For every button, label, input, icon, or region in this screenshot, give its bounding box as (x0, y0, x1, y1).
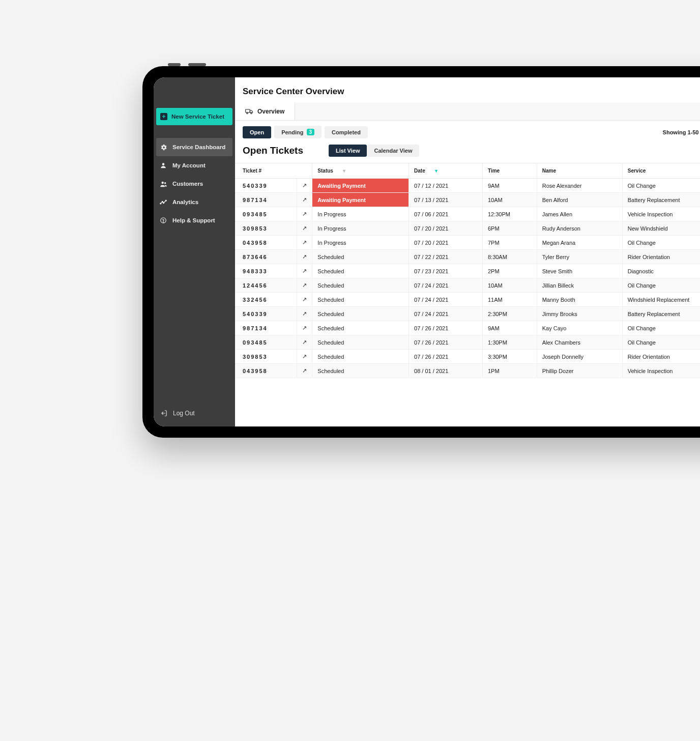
cell-name: Tyler Berry (537, 250, 622, 264)
sidebar-item-customers[interactable]: Customers (156, 175, 232, 193)
list-view-button[interactable]: List View (329, 145, 367, 157)
col-time[interactable]: Time (482, 163, 537, 179)
sidebar-item-label: Service Dashboard (172, 144, 225, 150)
arrow-up-right-icon: ↗ (302, 182, 307, 188)
logout-label: Log Out (173, 410, 195, 417)
cell-service: Oil Change (622, 278, 700, 293)
open-ticket-arrow[interactable]: ↗ (297, 179, 312, 193)
cell-time: 12:30PM (482, 207, 537, 221)
sidebar-item-service-dashboard[interactable]: Service Dashboard (156, 138, 232, 156)
table-row: 309853↗Scheduled07 / 26 / 20213:30PMJose… (235, 350, 700, 364)
cell-date: 07 / 20 / 2021 (409, 221, 483, 236)
svg-point-11 (251, 112, 252, 114)
cell-time: 3:30PM (482, 350, 537, 364)
logout-button[interactable]: Log Out (154, 400, 235, 426)
cell-status: Scheduled (312, 335, 409, 350)
pending-count-badge: 3 (307, 129, 315, 135)
sidebar-item-label: My Account (172, 162, 206, 168)
col-ticket[interactable]: Ticket # (235, 163, 312, 179)
open-ticket-arrow[interactable]: ↗ (297, 278, 312, 293)
cell-ticket: 093485 (235, 207, 297, 221)
svg-rect-9 (246, 109, 250, 112)
col-name[interactable]: Name (537, 163, 622, 179)
cell-time: 8:30AM (482, 250, 537, 264)
cell-ticket: 043958 (235, 364, 297, 378)
tickets-table: Ticket # Status ▾ Date ▾ Time Name (235, 163, 700, 378)
person-icon (159, 161, 167, 169)
new-ticket-label: New Service Ticket (171, 113, 224, 120)
filter-row: Open Pending 3 Completed Showing 1-50 of… (235, 121, 700, 144)
tickets-table-wrap: Ticket # Status ▾ Date ▾ Time Name (235, 163, 700, 426)
open-ticket-arrow[interactable]: ↗ (297, 236, 312, 250)
svg-point-3 (160, 203, 161, 204)
filter-pending[interactable]: Pending 3 (274, 126, 322, 138)
sidebar-item-label: Help & Support (172, 217, 215, 223)
new-service-ticket-button[interactable]: + New Service Ticket (156, 108, 232, 125)
arrow-up-right-icon: ↗ (302, 268, 307, 274)
help-icon (159, 216, 167, 224)
cell-time: 1:30PM (482, 335, 537, 350)
cell-service: Rider Orientation (622, 350, 700, 364)
open-ticket-arrow[interactable]: ↗ (297, 350, 312, 364)
open-ticket-arrow[interactable]: ↗ (297, 307, 312, 321)
arrow-up-right-icon: ↗ (302, 211, 307, 217)
showing-text: Showing 1-50 of 68 Tickets (663, 129, 700, 135)
open-ticket-arrow[interactable]: ↗ (297, 193, 312, 207)
open-ticket-arrow[interactable]: ↗ (297, 364, 312, 378)
open-ticket-arrow[interactable]: ↗ (297, 264, 312, 278)
arrow-up-right-icon: ↗ (302, 196, 307, 203)
svg-point-2 (164, 182, 166, 184)
cell-status: Scheduled (312, 321, 409, 335)
open-ticket-arrow[interactable]: ↗ (297, 221, 312, 236)
cell-service: Rider Orientation (622, 250, 700, 264)
sidebar-item-analytics[interactable]: Analytics (156, 193, 232, 211)
tablet-button (188, 63, 206, 66)
cell-date: 07 / 20 / 2021 (409, 236, 483, 250)
calendar-view-button[interactable]: Calendar View (367, 145, 419, 157)
table-row: 043958↗In Progress07 / 20 / 20217PMMegan… (235, 236, 700, 250)
table-row: 043958↗Scheduled08 / 01 / 20211PMPhillip… (235, 364, 700, 378)
col-status[interactable]: Status ▾ (312, 163, 409, 179)
filter-completed[interactable]: Completed (325, 126, 368, 138)
cell-ticket: 309853 (235, 350, 297, 364)
cell-time: 2PM (482, 264, 537, 278)
cell-ticket: 540339 (235, 307, 297, 321)
tab-bar: Overview (235, 103, 700, 121)
cell-name: Rose Alexander (537, 179, 622, 193)
sidebar-item-my-account[interactable]: My Account (156, 156, 232, 175)
cell-date: 07 / 12 / 2021 (409, 179, 483, 193)
cell-date: 07 / 26 / 2021 (409, 335, 483, 350)
open-ticket-arrow[interactable]: ↗ (297, 250, 312, 264)
table-row: 540339↗Awaiting Payment07 / 12 / 20219AM… (235, 179, 700, 193)
open-ticket-arrow[interactable]: ↗ (297, 293, 312, 307)
open-ticket-arrow[interactable]: ↗ (297, 321, 312, 335)
main-content: Service Center Overview Overview Open Pe… (235, 77, 700, 426)
calendar-view-label: Calendar View (374, 148, 412, 154)
cell-name: Jimmy Brooks (537, 307, 622, 321)
svg-point-6 (165, 200, 166, 201)
sidebar-item-label: Analytics (172, 199, 198, 205)
table-row: 987134↗Awaiting Payment07 / 13 / 202110A… (235, 193, 700, 207)
cell-status: In Progress (312, 236, 409, 250)
svg-point-4 (162, 202, 163, 203)
arrow-up-right-icon: ↗ (302, 282, 307, 288)
open-ticket-arrow[interactable]: ↗ (297, 207, 312, 221)
settings-icon (159, 143, 167, 151)
cell-service: Vehicle Inspection (622, 207, 700, 221)
truck-icon (245, 108, 253, 115)
list-view-label: List View (336, 148, 360, 154)
open-ticket-arrow[interactable]: ↗ (297, 335, 312, 350)
tab-overview[interactable]: Overview (235, 103, 295, 120)
cell-time: 10AM (482, 278, 537, 293)
cell-name: Steve Smith (537, 264, 622, 278)
tab-label: Overview (257, 108, 284, 115)
col-service[interactable]: Service (622, 163, 700, 179)
page-title: Service Center Overview (243, 87, 700, 97)
filter-open[interactable]: Open (243, 126, 271, 138)
filter-pending-label: Pending (281, 129, 303, 135)
col-date[interactable]: Date ▾ (409, 163, 483, 179)
cell-service: Oil Change (622, 335, 700, 350)
cell-name: James Allen (537, 207, 622, 221)
sidebar-item-help-support[interactable]: Help & Support (156, 211, 232, 230)
cell-service: Oil Change (622, 179, 700, 193)
